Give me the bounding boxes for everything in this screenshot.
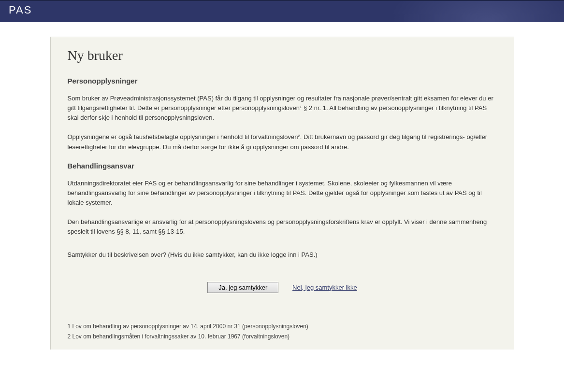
content-wrapper: Ny bruker Personopplysninger Som bruker …	[0, 22, 564, 350]
consent-yes-button[interactable]: Ja, jeg samtykker	[207, 282, 278, 293]
page-title: Ny bruker	[68, 48, 497, 63]
consent-no-link[interactable]: Nei, jeg samtykker ikke	[292, 284, 357, 291]
consent-button-row: Ja, jeg samtykker Nei, jeg samtykker ikk…	[68, 282, 497, 293]
consent-question: Samtykker du til beskrivelsen over? (Hvi…	[68, 250, 497, 260]
content-box: Ny bruker Personopplysninger Som bruker …	[50, 37, 514, 350]
section-heading-personopplysninger: Personopplysninger	[68, 77, 497, 85]
paragraph-personopplysninger-2: Opplysningene er også taushetsbelagte op…	[68, 132, 497, 152]
section-heading-behandlingsansvar: Behandlingsansvar	[68, 162, 497, 170]
paragraph-behandlingsansvar-2: Den behandlingsansvarlige er ansvarlig f…	[68, 217, 497, 237]
footnote-2: 2 Lov om behandlingsmåten i forvaltnings…	[68, 332, 497, 341]
paragraph-personopplysninger-1: Som bruker av Prøveadministrasjonssystem…	[68, 94, 497, 123]
app-header: PAS	[0, 0, 564, 22]
paragraph-behandlingsansvar-1: Utdanningsdirektoratet eier PAS og er be…	[68, 179, 497, 208]
footnote-1: 1 Lov om behandling av personopplysninge…	[68, 322, 497, 331]
app-title: PAS	[9, 4, 555, 16]
footnotes: 1 Lov om behandling av personopplysninge…	[68, 322, 497, 341]
